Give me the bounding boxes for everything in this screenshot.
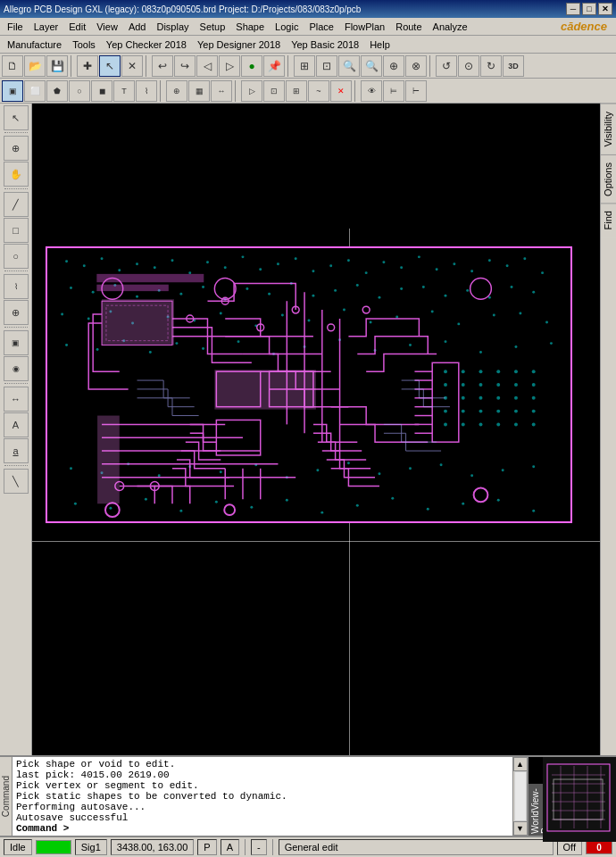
console-line-1: Pick shape or void to edit. <box>16 759 509 770</box>
svg-point-73 <box>175 342 178 345</box>
menu-yep-checker[interactable]: Yep Checker 2018 <box>101 37 192 52</box>
tb2-select[interactable]: ▣ <box>2 80 23 102</box>
lt-add-line[interactable]: ╱ <box>4 192 29 217</box>
tb2-plane[interactable]: ▦ <box>188 80 210 102</box>
tb-redo[interactable]: ↪ <box>174 55 196 77</box>
lt-comp[interactable]: ▣ <box>4 330 29 355</box>
lt-text[interactable]: A <box>4 412 29 437</box>
menu-edit[interactable]: Edit <box>63 20 91 34</box>
svg-point-142 <box>462 503 464 505</box>
svg-point-61 <box>343 309 345 312</box>
tb-delete[interactable]: ✕ <box>121 55 143 77</box>
tb2-arrow[interactable]: ▷ <box>241 80 262 102</box>
svg-point-12 <box>259 268 262 270</box>
tb-align[interactable]: ⊡ <box>316 55 337 77</box>
tb-save[interactable]: 💾 <box>46 55 68 77</box>
lt-pan[interactable]: ✋ <box>4 162 29 187</box>
tb2-drc[interactable]: ✕ <box>330 80 352 102</box>
tb2-poly[interactable]: ⬟ <box>46 80 68 102</box>
menu-shape[interactable]: Shape <box>230 20 270 34</box>
svg-point-45 <box>422 286 425 288</box>
menu-manufacture[interactable]: Manufacture <box>2 37 67 52</box>
lt-line-tool[interactable]: ╲ <box>4 469 29 494</box>
tb2-rule[interactable]: ⊨ <box>383 80 404 102</box>
menu-route[interactable]: Route <box>390 20 427 34</box>
tb2-comp[interactable]: ⊞ <box>286 80 307 102</box>
maximize-button[interactable]: □ <box>582 3 596 15</box>
lt-add-circ[interactable]: ○ <box>4 244 29 269</box>
tb-zoom-area[interactable]: ⊗ <box>405 55 427 77</box>
scroll-up-button[interactable]: ▲ <box>513 757 528 771</box>
tb-select[interactable]: ↖ <box>99 55 121 77</box>
console-line-3: Pick vertex or segment to edit. <box>16 780 509 791</box>
tb2-connect[interactable]: ~ <box>308 80 329 102</box>
minimize-button[interactable]: ─ <box>566 3 580 15</box>
menu-file[interactable]: File <box>2 20 29 34</box>
tab-options[interactable]: Options <box>601 154 616 204</box>
tb2-route[interactable]: ⌇ <box>136 80 157 102</box>
tb-refresh[interactable]: ↺ <box>436 55 457 77</box>
menu-setup[interactable]: Setup <box>195 20 231 34</box>
tb2-pad[interactable]: ⊡ <box>263 80 285 102</box>
menu-place[interactable]: Place <box>304 20 339 34</box>
scroll-down-button[interactable]: ▼ <box>513 821 528 836</box>
tb-run[interactable]: ● <box>241 55 262 77</box>
tb2-text[interactable]: T <box>113 80 135 102</box>
close-button[interactable]: ✕ <box>598 3 612 15</box>
lt-zoom[interactable]: ⊕ <box>4 136 29 161</box>
scroll-track[interactable] <box>514 771 527 821</box>
menu-yep-basic[interactable]: Yep Basic 2018 <box>286 37 364 52</box>
lt-add-rect[interactable]: □ <box>4 218 29 243</box>
menu-help[interactable]: Help <box>364 37 395 52</box>
menu-analyze[interactable]: Analyze <box>428 20 473 34</box>
menu-flowplan[interactable]: FlowPlan <box>339 20 390 34</box>
menu-layer[interactable]: Layer <box>29 20 64 34</box>
signal-label: Sig1 <box>81 842 101 853</box>
tb-zoom-in[interactable]: 🔍 <box>338 55 360 77</box>
console-output[interactable]: Pick shape or void to edit. last pick: 4… <box>12 757 512 836</box>
tb-undo[interactable]: ↩ <box>152 55 173 77</box>
svg-point-41 <box>334 289 337 292</box>
menu-view[interactable]: View <box>91 20 123 34</box>
tb-add[interactable]: ✚ <box>77 55 98 77</box>
tb-open[interactable]: 📂 <box>24 55 46 77</box>
svg-point-138 <box>320 512 323 514</box>
tb2-wire[interactable]: ⬜ <box>24 80 46 102</box>
svg-point-128 <box>470 474 473 477</box>
lt-route[interactable]: ⌇ <box>4 274 29 299</box>
tab-find[interactable]: Find <box>601 203 616 237</box>
tab-visibility[interactable]: Visibility <box>601 104 616 154</box>
tb-snap[interactable]: ⊙ <box>458 55 479 77</box>
menu-logic[interactable]: Logic <box>270 20 304 34</box>
tb-fwd[interactable]: ▷ <box>219 55 240 77</box>
tb-back[interactable]: ◁ <box>196 55 218 77</box>
menu-add[interactable]: Add <box>123 20 152 34</box>
menu-yep-designer[interactable]: Yep Designer 2018 <box>192 37 286 52</box>
tb2-fill[interactable]: ◼ <box>91 80 112 102</box>
pcb-canvas[interactable] <box>32 104 600 755</box>
tb2-via[interactable]: ⊕ <box>166 80 187 102</box>
svg-point-52 <box>87 317 90 320</box>
svg-point-91 <box>444 383 447 387</box>
tb-pin[interactable]: 📌 <box>263 55 285 77</box>
lt-pin[interactable]: ◉ <box>4 356 29 381</box>
tb-3d[interactable]: 3D <box>503 55 524 77</box>
tb2-measure[interactable]: ↔ <box>211 80 232 102</box>
svg-point-114 <box>532 422 536 426</box>
tb-zoom-fit[interactable]: ⊕ <box>383 55 404 77</box>
tb2-vis[interactable]: 👁 <box>361 80 382 102</box>
menu-tools[interactable]: Tools <box>67 37 101 52</box>
svg-point-132 <box>109 507 112 510</box>
tb2-circ[interactable]: ○ <box>69 80 90 102</box>
tb2-ruler[interactable]: ⊢ <box>405 80 427 102</box>
lt-measure[interactable]: ↔ <box>4 387 29 412</box>
lt-via[interactable]: ⊕ <box>4 300 29 325</box>
lt-textb[interactable]: a <box>4 438 29 463</box>
tb-new[interactable]: 🗋 <box>2 55 23 77</box>
tb-zoom-out[interactable]: 🔍 <box>361 55 382 77</box>
lt-select[interactable]: ↖ <box>4 105 29 130</box>
tb-grid[interactable]: ⊞ <box>294 55 315 77</box>
tb-rotate[interactable]: ↻ <box>480 55 502 77</box>
menu-display[interactable]: Display <box>151 20 194 34</box>
console-scrollbar[interactable]: ▲ ▼ <box>512 757 527 836</box>
